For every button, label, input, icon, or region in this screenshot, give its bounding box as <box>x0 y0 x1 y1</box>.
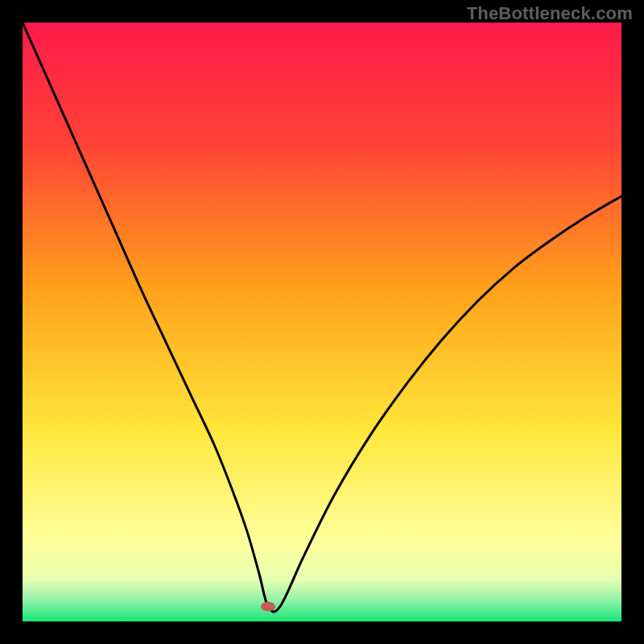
chart-outer: TheBottleneck.com <box>0 0 644 644</box>
minimum-marker <box>261 601 275 611</box>
curve-layer <box>23 23 621 621</box>
watermark-text: TheBottleneck.com <box>467 3 633 24</box>
plot-area <box>23 23 621 621</box>
bottleneck-curve <box>23 23 621 612</box>
